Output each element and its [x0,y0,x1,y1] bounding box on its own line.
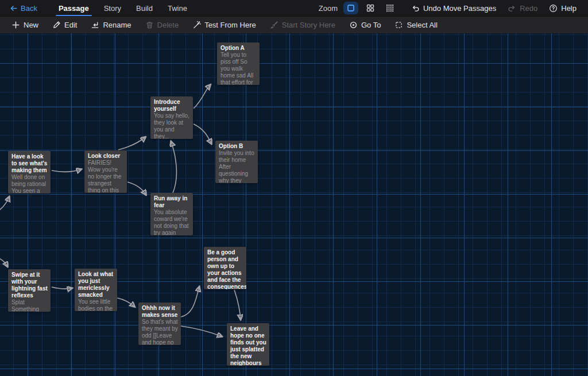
passage-excerpt: Splat Something hits the floor with a [11,299,48,312]
go-to-button[interactable]: Go To [343,17,386,33]
passage-links-layer [0,33,588,376]
passage-excerpt: Invite you into their home After questio… [219,150,255,183]
zoom-dots-grid-icon [385,3,394,13]
connection-arrow [171,142,176,193]
passage-title: Run away in fear [154,195,190,209]
top-menu-bar: Back Passage Story Build Twine Zoom [0,0,588,16]
undo-button[interactable]: Undo Move Passages [408,0,500,16]
select-all-dashed-square-icon [394,21,403,29]
back-label: Back [21,4,37,13]
passage-card[interactable]: Run away in fearYou absolute coward we'r… [150,193,193,235]
tab-story[interactable]: Story [96,0,129,16]
passage-title: Ohhh now it makes sense [142,305,178,319]
rename-icon [91,21,99,29]
tab-strip: Passage Story Build Twine [51,0,195,16]
plus-icon [11,21,20,29]
tab-passage[interactable]: Passage [51,0,96,16]
passage-card[interactable]: Introduce yourselfYou say hello, they lo… [150,96,193,139]
passage-title: Option B [219,143,255,150]
redo-button[interactable]: Redo [504,0,541,16]
zoom-level-medium-button[interactable] [363,2,378,14]
passage-title: Look closer [88,153,124,160]
connection-arrow [181,287,199,317]
passage-title: Have a look to see what's making them [11,153,48,174]
connection-arrow [127,182,146,195]
back-arrow-icon [9,4,18,13]
test-from-here-button[interactable]: Test From Here [187,17,262,33]
passage-title: Look at what you just mericlessly smacke… [78,271,114,299]
help-button[interactable]: Help [546,0,580,16]
goto-target-icon [349,21,358,29]
back-button[interactable]: Back [9,0,43,16]
edit-passage-button[interactable]: Edit [47,17,83,33]
passage-excerpt: So that's what they meant by odd [[Leave… [142,319,178,345]
delete-label: Delete [157,21,179,29]
connection-arrow [194,85,210,108]
help-label: Help [561,4,577,13]
connection-arrow [194,124,211,144]
zoom-four-squares-icon [366,3,375,13]
connection-arrow [0,257,7,266]
undo-label: Undo Move Passages [423,4,496,13]
passage-card[interactable]: Have a look to see what's making themWel… [8,151,51,193]
passage-toolbar: New Edit Rename Delete Test From He [0,16,588,33]
passage-title: Be a good person and own up to your acti… [207,249,243,289]
connection-arrow [181,326,222,336]
zoom-level-large-button[interactable] [343,2,358,14]
edit-label: Edit [64,21,77,29]
pencil-icon [52,21,61,29]
redo-icon [508,4,516,13]
passage-title: Introduce yourself [154,99,190,113]
select-all-button[interactable]: Select All [389,17,443,33]
tab-build[interactable]: Build [129,0,160,16]
passage-excerpt: You see little bodies on the [78,299,114,311]
passage-card[interactable]: Be a good person and own up to your acti… [204,247,246,289]
trash-icon [145,21,154,29]
go-to-label: Go To [361,21,381,29]
connection-arrow [234,290,241,319]
zoom-single-square-icon [346,3,355,13]
zoom-level-small-button[interactable] [382,2,397,14]
passage-card[interactable]: Option ATell you to piss off So you walk… [217,42,260,85]
connection-arrow [52,169,81,172]
passage-card[interactable]: Swipe at it with your lightning fast ref… [8,269,51,312]
rename-passage-button[interactable]: Rename [85,17,137,33]
passage-title: Leave and hope no one finds out you just… [230,325,266,366]
rocket-icon [270,21,278,29]
passage-excerpt: You say hello, they look at you and they… [154,113,190,139]
story-map-canvas[interactable]: Option ATell you to piss off So you walk… [0,33,588,376]
passage-excerpt: Tell you to piss off So you walk home sa… [220,52,257,85]
test-from-here-label: Test From Here [204,21,256,29]
new-label: New [24,21,38,29]
connection-arrow [117,298,134,307]
connection-arrow [118,137,145,150]
tab-twine[interactable]: Twine [160,0,195,16]
start-story-here-label: Start Story Here [282,21,335,29]
passage-title: Swipe at it with your lightning fast ref… [11,272,48,299]
passage-title: Option A [220,45,257,52]
help-icon [549,4,558,13]
new-passage-button[interactable]: New [6,17,44,33]
passage-card[interactable]: Leave and hope no one finds out you just… [227,323,269,366]
connection-arrow [0,197,9,214]
connection-arrow [52,287,72,289]
passage-excerpt: FAIRIES! Wow you're no longer the strang… [88,160,124,193]
passage-card[interactable]: Look at what you just mericlessly smacke… [75,269,117,311]
passage-excerpt: Well done on being rational You seen a [11,174,48,193]
rename-label: Rename [103,21,131,29]
passage-card[interactable]: Look closerFAIRIES! Wow you're no longer… [84,150,127,193]
magic-wand-icon [192,21,201,29]
passage-excerpt: You absolute coward we're not doing that… [154,209,190,235]
undo-icon [411,4,420,13]
zoom-label: Zoom [319,4,338,13]
delete-passage-button[interactable]: Delete [140,17,185,33]
select-all-label: Select All [407,21,437,29]
start-story-here-button[interactable]: Start Story Here [264,17,341,33]
passage-card[interactable]: Option BInvite you into their home After… [215,141,258,183]
twine-window: Back Passage Story Build Twine Zoom [0,0,588,376]
redo-label: Redo [520,4,537,13]
passage-card[interactable]: Ohhh now it makes senseSo that's what th… [138,303,181,345]
